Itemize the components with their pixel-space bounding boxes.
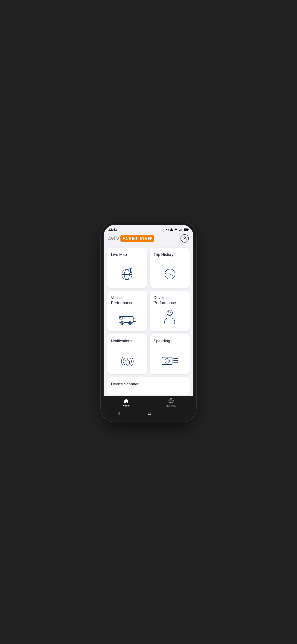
mute-icon [166, 228, 169, 231]
svg-rect-8 [182, 228, 182, 231]
svg-rect-5 [180, 230, 180, 231]
card-vehicle-performance[interactable]: Vehicle Performance [107, 291, 147, 331]
card-vehicle-performance-icon [111, 312, 144, 326]
nav-globe-icon [168, 398, 174, 404]
logo-fleet: FLEET VIEW [120, 236, 154, 242]
svg-rect-10 [184, 229, 188, 230]
card-trip-history-title: Trip History [154, 252, 173, 257]
android-recent-btn[interactable]: ||| [115, 410, 123, 416]
svg-rect-2 [170, 230, 173, 231]
bell-notification-icon [118, 352, 136, 369]
status-icons [166, 228, 189, 231]
home-icon [124, 398, 129, 404]
card-driver-performance[interactable]: Driver Performance [150, 291, 190, 331]
android-nav: ||| ☐ ‹ [104, 408, 194, 419]
card-live-map-icon [111, 266, 144, 282]
wifi-icon [174, 228, 178, 231]
svg-point-3 [176, 230, 176, 231]
card-trip-history-icon [154, 266, 186, 282]
phone-frame: 12:41 DKV FLEET VIEW [104, 225, 194, 419]
card-trip-history[interactable]: Trip History [150, 248, 190, 288]
card-notifications-icon [111, 352, 144, 369]
svg-point-24 [130, 322, 131, 324]
svg-point-31 [165, 358, 170, 363]
card-speeding-icon [154, 352, 186, 369]
card-driver-performance-title: Driver Performance [154, 295, 176, 306]
globe-pin-icon [119, 266, 136, 282]
content-area: Live Map Trip History [104, 245, 194, 396]
svg-point-29 [168, 311, 171, 313]
lock-icon [170, 228, 173, 231]
nav-live-map[interactable]: Live Map [148, 396, 194, 408]
logo-container: DKV FLEET VIEW [108, 236, 154, 242]
logo-dkv: DKV [108, 236, 120, 242]
svg-rect-7 [181, 228, 182, 231]
android-back-btn[interactable]: ‹ [176, 410, 182, 416]
svg-point-11 [184, 237, 185, 238]
card-notifications-title: Notifications [111, 338, 132, 344]
card-speeding-title: Speeding [154, 338, 170, 344]
android-home-btn[interactable]: ☐ [145, 410, 154, 416]
svg-point-33 [170, 358, 171, 359]
card-live-map[interactable]: Live Map [107, 248, 147, 288]
status-time: 12:41 [108, 228, 117, 232]
card-speeding[interactable]: Speeding [150, 334, 190, 374]
nav-live-map-label: Live Map [166, 404, 176, 407]
signal-icon [179, 228, 182, 231]
svg-point-32 [166, 360, 168, 362]
van-icon [118, 312, 136, 326]
clock-history-icon [162, 266, 178, 282]
profile-icon [182, 236, 187, 241]
bottom-nav: Home Live Map [104, 396, 194, 408]
nav-home-label: Home [122, 404, 130, 407]
card-notifications[interactable]: Notifications [107, 334, 147, 374]
svg-rect-4 [179, 230, 180, 231]
card-live-map-title: Live Map [111, 252, 127, 257]
card-driver-performance-icon [154, 309, 186, 326]
svg-point-22 [122, 322, 123, 324]
card-device-scanner-title: Device Scanner [111, 382, 138, 386]
driver-person-icon [162, 309, 177, 326]
battery-icon [184, 228, 189, 231]
speed-camera-icon [161, 352, 179, 369]
card-device-scanner[interactable]: Device Scanner [107, 377, 190, 396]
profile-button[interactable] [180, 234, 189, 242]
svg-point-17 [130, 269, 131, 271]
menu-grid: Live Map Trip History [107, 248, 190, 374]
card-vehicle-performance-title: Vehicle Performance [111, 295, 133, 306]
app-header: DKV FLEET VIEW [104, 232, 194, 245]
nav-home[interactable]: Home [104, 396, 148, 408]
svg-rect-6 [180, 229, 181, 231]
status-bar: 12:41 [104, 225, 194, 232]
